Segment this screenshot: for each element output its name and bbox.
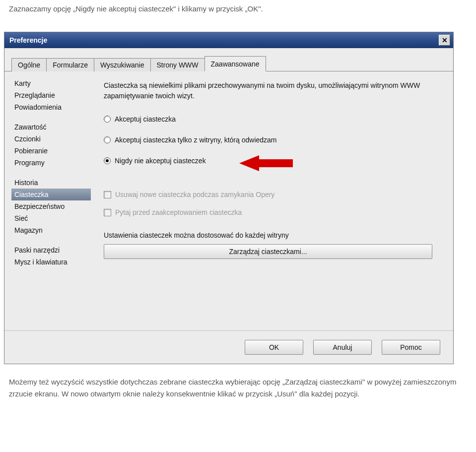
sidebar-item-cards[interactable]: Karty: [11, 77, 91, 89]
sidebar-item-content[interactable]: Zawartość: [11, 121, 91, 133]
sidebar-item-storage[interactable]: Magazyn: [11, 224, 91, 236]
manage-cookies-button[interactable]: Zarządzaj ciasteczkami...: [104, 244, 432, 259]
titlebar: Preferencje ✕: [4, 32, 453, 48]
sidebar-item-downloads[interactable]: Pobieranie: [11, 145, 91, 157]
preferences-dialog: Preferencje ✕ Ogólne Formularze Wyszukiw…: [4, 32, 454, 364]
checkbox-icon: [104, 209, 111, 216]
tab-label: Formularze: [53, 61, 88, 69]
checkbox-label: Usuwaj nowe ciasteczka podczas zamykania…: [115, 191, 274, 198]
button-label: Anuluj: [333, 343, 352, 351]
svg-marker-0: [239, 155, 293, 171]
tab-webpages[interactable]: Strony WWW: [150, 58, 205, 71]
tab-advanced[interactable]: Zaawansowane: [204, 56, 266, 71]
tab-forms[interactable]: Formularze: [46, 58, 94, 71]
instruction-bottom: Możemy też wyczyścić wszystkie dotychcza…: [0, 373, 476, 403]
sidebar-item-notifications[interactable]: Powiadomienia: [11, 101, 91, 113]
arrow-icon: [239, 153, 294, 173]
button-label: OK: [269, 343, 279, 351]
radio-icon: [104, 157, 111, 164]
radio-label: Akceptuj ciasteczka tylko z witryny, któ…: [115, 136, 277, 144]
radio-never-accept[interactable]: Nigdy nie akceptuj ciasteczek: [104, 157, 445, 165]
button-label: Pomoc: [400, 343, 422, 351]
radio-icon: [104, 136, 111, 143]
cookies-pane: Ciasteczka są niewielkimi plikami przech…: [91, 73, 453, 330]
tab-label: Ogólne: [18, 61, 40, 69]
tab-search[interactable]: Wyszukiwanie: [94, 58, 151, 71]
note-text: Ustawienia ciasteczek można dostosować d…: [104, 231, 445, 239]
tab-bar: Ogólne Formularze Wyszukiwanie Strony WW…: [4, 48, 453, 71]
check-delete-on-close: Usuwaj nowe ciasteczka podczas zamykania…: [104, 191, 445, 198]
sidebar-item-network[interactable]: Sieć: [11, 212, 91, 224]
close-button[interactable]: ✕: [439, 35, 450, 46]
sidebar-item-programs[interactable]: Programy: [11, 157, 91, 169]
radio-accept[interactable]: Akceptuj ciasteczka: [104, 115, 445, 123]
radio-accept-visited[interactable]: Akceptuj ciasteczka tylko z witryny, któ…: [104, 136, 445, 144]
button-label: Zarządzaj ciasteczkami...: [229, 248, 307, 256]
instruction-top: Zaznaczamy opcję „Nigdy nie akceptuj cia…: [0, 0, 476, 18]
ok-button[interactable]: OK: [245, 340, 303, 355]
tab-label: Wyszukiwanie: [100, 61, 144, 69]
dialog-footer: OK Anuluj Pomoc: [4, 330, 453, 364]
sidebar-item-browsing[interactable]: Przeglądanie: [11, 89, 91, 101]
checkbox-label: Pytaj przed zaakceptowaniem ciasteczka: [115, 208, 242, 216]
radio-label: Akceptuj ciasteczka: [115, 115, 176, 123]
sidebar: Karty Przeglądanie Powiadomienia Zawarto…: [4, 73, 91, 330]
cancel-button[interactable]: Anuluj: [313, 340, 372, 355]
close-icon: ✕: [442, 37, 448, 44]
check-ask-before: Pytaj przed zaakceptowaniem ciasteczka: [104, 208, 445, 216]
window-title: Preferencje: [9, 36, 439, 44]
tab-general[interactable]: Ogólne: [11, 58, 47, 71]
radio-label: Nigdy nie akceptuj ciasteczek: [115, 157, 206, 165]
tab-label: Strony WWW: [157, 61, 199, 69]
description-text: Ciasteczka są niewielkimi plikami przech…: [104, 80, 445, 101]
radio-icon: [104, 116, 111, 123]
sidebar-item-fonts[interactable]: Czcionki: [11, 133, 91, 145]
tab-label: Zaawansowane: [211, 60, 260, 68]
sidebar-item-security[interactable]: Bezpieczeństwo: [11, 200, 91, 212]
help-button[interactable]: Pomoc: [382, 340, 440, 355]
sidebar-item-history[interactable]: Historia: [11, 177, 91, 189]
sidebar-item-toolbars[interactable]: Paski narzędzi: [11, 244, 91, 256]
sidebar-item-cookies[interactable]: Ciasteczka: [11, 189, 91, 200]
sidebar-item-mouse-keyboard[interactable]: Mysz i klawiatura: [11, 256, 91, 268]
checkbox-icon: [104, 191, 111, 198]
